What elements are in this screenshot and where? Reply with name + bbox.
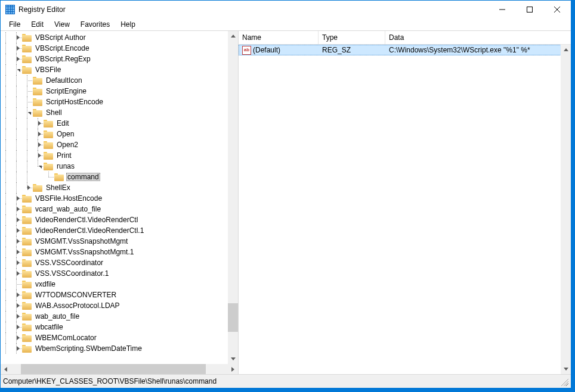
tree-item[interactable]: Open2 [1, 139, 228, 150]
expander-icon[interactable] [14, 54, 21, 64]
expander-icon[interactable] [14, 268, 21, 279]
scroll-right-button[interactable] [228, 364, 238, 374]
folder-icon [22, 55, 32, 63]
expander-icon[interactable] [14, 322, 21, 332]
tree-item-label: ScriptHostEncode [45, 98, 104, 106]
folder-icon [22, 195, 32, 203]
maximize-button[interactable] [516, 1, 543, 18]
tree-item[interactable]: vcard_wab_auto_file [1, 204, 228, 214]
column-header-data[interactable]: Data [385, 31, 571, 44]
tree-item[interactable]: ShellEx [1, 182, 228, 193]
menu-view[interactable]: View [50, 19, 75, 30]
tree-scrollbar-horizontal[interactable] [1, 364, 238, 374]
expander-icon[interactable] [14, 311, 21, 322]
tree-item[interactable]: Print [1, 150, 228, 161]
svg-rect-1 [527, 7, 533, 12]
tree-item[interactable]: VideoRenderCtl.VideoRenderCtl.1 [1, 225, 228, 236]
tree-item[interactable]: WAB.AssocProtocol.LDAP [1, 300, 228, 311]
scroll-thumb-h[interactable] [21, 364, 206, 374]
scroll-down-button[interactable] [228, 354, 238, 364]
expander-icon[interactable] [14, 300, 21, 311]
list-scrollbar-vertical[interactable] [561, 45, 571, 374]
expander-icon[interactable] [14, 225, 21, 236]
tree-item[interactable]: ScriptEngine [1, 86, 228, 97]
scroll-track[interactable] [561, 55, 571, 364]
tree-item-label: Open [55, 130, 75, 138]
menu-favorites[interactable]: Favorites [76, 19, 115, 30]
column-header-name[interactable]: Name [239, 31, 319, 44]
close-button[interactable] [543, 1, 571, 18]
tree-item[interactable]: VBSFile.HostEncode [1, 193, 228, 204]
expander-icon[interactable] [25, 107, 32, 118]
expander-icon[interactable] [14, 290, 21, 300]
scroll-track-v[interactable] [228, 41, 238, 354]
registry-editor-window: Registry Editor File Edit View Favorites… [0, 0, 571, 388]
expander-icon[interactable] [14, 64, 21, 75]
tree-item[interactable]: ScriptHostEncode [1, 97, 228, 107]
tree-item-label: wab_auto_file [34, 312, 81, 321]
tree-item[interactable]: runas [1, 161, 228, 172]
tree-item[interactable]: DefaultIcon [1, 75, 228, 86]
tree-content[interactable]: VBScript AuthorVBScript.EncodeVBScript.R… [1, 31, 228, 364]
tree-item[interactable]: wbcatfile [1, 322, 228, 332]
tree-item[interactable]: WBEMComLocator [1, 332, 228, 343]
expander-icon[interactable] [36, 118, 43, 129]
expander-icon[interactable] [14, 343, 21, 354]
expander-icon[interactable] [25, 182, 32, 193]
menu-help[interactable]: Help [116, 19, 140, 30]
folder-icon [22, 34, 32, 42]
expander-icon[interactable] [36, 139, 43, 150]
minimize-button[interactable] [489, 1, 516, 18]
titlebar[interactable]: Registry Editor [1, 1, 571, 18]
expander-icon[interactable] [36, 129, 43, 139]
tree-item[interactable]: VSMGMT.VssSnapshotMgmt [1, 236, 228, 247]
folder-icon [33, 98, 42, 106]
tree-item[interactable]: VSMGMT.VssSnapshotMgmt.1 [1, 247, 228, 257]
column-header-type[interactable]: Type [319, 31, 385, 44]
tree-item[interactable]: VBScript.Encode [1, 43, 228, 54]
scroll-thumb-v[interactable] [228, 303, 238, 332]
scroll-down-button[interactable] [561, 364, 571, 374]
expander-icon[interactable] [14, 214, 21, 225]
resize-grip[interactable] [559, 377, 568, 386]
tree-item[interactable]: VSS.VSSCoordinator [1, 257, 228, 268]
expander-icon[interactable] [14, 236, 21, 247]
tree-scrollbar-vertical[interactable] [228, 31, 238, 364]
expander-icon[interactable] [14, 43, 21, 54]
tree-item[interactable]: wab_auto_file [1, 311, 228, 322]
folder-icon [44, 163, 53, 170]
list-row[interactable]: ab (Default) REG_SZ C:\Windows\System32\… [239, 45, 571, 55]
folder-icon [22, 270, 32, 278]
expander-icon[interactable] [14, 193, 21, 204]
tree-item[interactable]: W7TODMSCONVERTER [1, 290, 228, 300]
expander-icon[interactable] [14, 247, 21, 257]
tree-item[interactable]: command [1, 172, 228, 182]
expander-icon[interactable] [36, 161, 43, 172]
scroll-up-button[interactable] [561, 45, 571, 55]
tree-item[interactable]: VBScript.RegExp [1, 54, 228, 64]
expander-icon[interactable] [36, 150, 43, 161]
folder-icon [22, 66, 32, 74]
tree-item[interactable]: WbemScripting.SWbemDateTime [1, 343, 228, 354]
scroll-up-button[interactable] [228, 31, 238, 41]
tree-item[interactable]: vxdfile [1, 279, 228, 290]
folder-icon [22, 323, 32, 331]
scroll-track-h[interactable] [11, 364, 228, 374]
tree-item[interactable]: VBScript Author [1, 32, 228, 43]
folder-icon [22, 302, 32, 310]
tree-item[interactable]: VSS.VSSCoordinator.1 [1, 268, 228, 279]
tree-item[interactable]: Shell [1, 107, 228, 118]
menu-file[interactable]: File [4, 19, 25, 30]
expander-icon[interactable] [14, 332, 21, 343]
tree-item[interactable]: Open [1, 129, 228, 139]
expander-icon[interactable] [14, 204, 21, 214]
tree-item[interactable]: VBSFile [1, 64, 228, 75]
tree-item[interactable]: Edit [1, 118, 228, 129]
expander-icon[interactable] [14, 32, 21, 43]
expander-icon[interactable] [14, 257, 21, 268]
list-body[interactable]: ab (Default) REG_SZ C:\Windows\System32\… [239, 45, 571, 374]
scroll-left-button[interactable] [1, 364, 11, 374]
folder-icon [22, 313, 32, 321]
menu-edit[interactable]: Edit [26, 19, 48, 30]
tree-item[interactable]: VideoRenderCtl.VideoRenderCtl [1, 214, 228, 225]
